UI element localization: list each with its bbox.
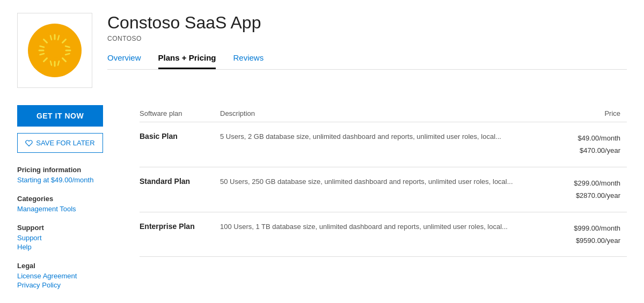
plan-name: Basic Plan [140, 132, 178, 141]
categories-value-link[interactable]: Management Tools [17, 205, 122, 213]
pricing-label: Pricing information [17, 166, 122, 174]
plan-description: 5 Users, 2 GB database size, unlimited d… [220, 132, 501, 141]
plan-name: Enterprise Plan [140, 222, 195, 231]
app-logo-container [17, 13, 92, 88]
tab-overview[interactable]: Overview [107, 53, 141, 69]
table-row: Basic Plan 5 Users, 2 GB database size, … [140, 122, 627, 167]
tab-reviews[interactable]: Reviews [233, 53, 264, 69]
heart-icon [25, 139, 33, 147]
plan-price: $49.00/month$470.00/year [552, 132, 620, 157]
app-logo-circle [28, 24, 82, 77]
main-layout: GET IT NOW SAVE FOR LATER Pricing inform… [17, 105, 627, 300]
plans-table: Software plan Description Price Basic Pl… [140, 105, 627, 257]
table-row: Standard Plan 50 Users, 250 GB database … [140, 167, 627, 212]
sidebar-categories-section: Categories Management Tools [17, 195, 122, 213]
tabs-bar: Overview Plans + Pricing Reviews [107, 53, 627, 70]
get-it-now-button[interactable]: GET IT NOW [17, 105, 103, 127]
support-link[interactable]: Support [17, 234, 122, 242]
legal-label: Legal [17, 262, 122, 270]
plan-price: $299.00/month$2870.00/year [552, 177, 620, 202]
sidebar-support-section: Support Support Help [17, 224, 122, 251]
sidebar-pricing-section: Pricing information Starting at $49.00/m… [17, 166, 122, 184]
save-for-later-button[interactable]: SAVE FOR LATER [17, 133, 103, 153]
license-agreement-link[interactable]: License Agreement [17, 272, 122, 280]
sidebar-legal-section: Legal License Agreement Privacy Policy [17, 262, 122, 289]
save-for-later-label: SAVE FOR LATER [36, 139, 94, 147]
col-header-plan: Software plan [140, 105, 220, 122]
table-row: Enterprise Plan 100 Users, 1 TB database… [140, 212, 627, 257]
pricing-value-link[interactable]: Starting at $49.00/month [17, 176, 122, 184]
content-area: Software plan Description Price Basic Pl… [135, 105, 627, 300]
help-link[interactable]: Help [17, 243, 122, 251]
app-title-area: Constoso SaaS App CONTOSO Overview Plans… [107, 13, 627, 70]
col-header-price: Price [552, 105, 627, 122]
tab-plans-pricing[interactable]: Plans + Pricing [158, 53, 216, 69]
plan-name: Standard Plan [140, 177, 190, 186]
plan-description: 100 Users, 1 TB database size, unlimited… [220, 223, 508, 231]
svg-point-17 [47, 43, 62, 58]
plan-price: $999.00/month$9590.00/year [552, 222, 620, 247]
support-label: Support [17, 224, 122, 232]
col-header-desc: Description [220, 105, 552, 122]
plan-description: 50 Users, 250 GB database size, unlimite… [220, 178, 513, 186]
app-title: Constoso SaaS App [107, 13, 627, 33]
app-publisher: CONTOSO [107, 35, 627, 42]
privacy-policy-link[interactable]: Privacy Policy [17, 281, 122, 289]
table-header-row: Software plan Description Price [140, 105, 627, 122]
page-container: Constoso SaaS App CONTOSO Overview Plans… [0, 0, 644, 303]
header-section: Constoso SaaS App CONTOSO Overview Plans… [17, 13, 627, 88]
categories-label: Categories [17, 195, 122, 203]
sun-icon [36, 32, 74, 69]
sidebar: GET IT NOW SAVE FOR LATER Pricing inform… [17, 105, 135, 300]
